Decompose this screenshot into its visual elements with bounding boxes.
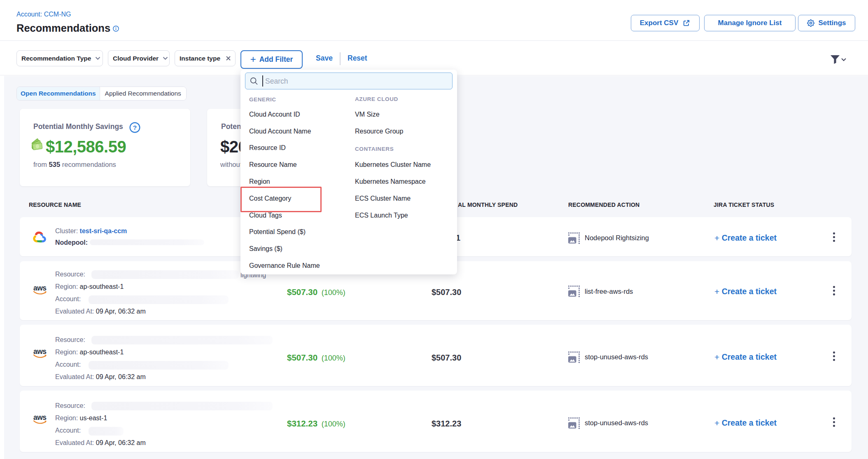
svg-text:?: ? (133, 124, 137, 131)
